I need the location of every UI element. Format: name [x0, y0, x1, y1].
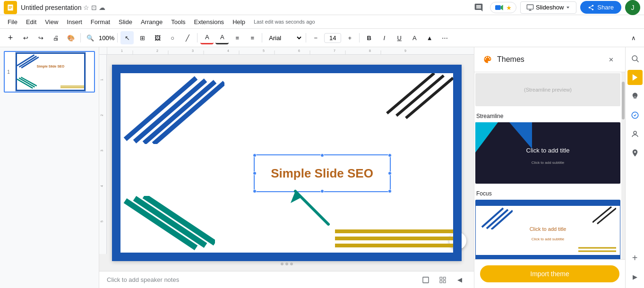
collapse-toolbar-button[interactable]: ∧	[627, 31, 640, 44]
slideshow-label: Slideshow	[536, 4, 564, 11]
ideas-button[interactable]	[627, 89, 643, 104]
presentation-title[interactable]: Untitled presentation	[21, 4, 81, 11]
share-button[interactable]: Share	[580, 1, 621, 14]
slide-title-text[interactable]: Simple Slide SEO	[271, 166, 373, 181]
menu-view[interactable]: View	[41, 17, 62, 27]
border-color-button[interactable]: A	[215, 31, 229, 44]
maps-button[interactable]	[627, 145, 643, 161]
italic-button[interactable]: I	[378, 31, 391, 44]
undo-button[interactable]: ↩	[19, 31, 32, 44]
underline-button[interactable]: U	[393, 31, 406, 44]
svg-line-43	[396, 76, 444, 116]
cloud-icon[interactable]: ☁	[99, 4, 105, 11]
menu-insert[interactable]: Insert	[63, 17, 86, 27]
svg-text:2: 2	[100, 114, 103, 116]
theme-shift[interactable]: Click to add title Click to add subtitle	[474, 199, 621, 259]
svg-line-42	[406, 78, 453, 118]
print-button[interactable]: 🖨	[49, 31, 62, 44]
theme-streamline[interactable]: (Streamline preview)	[474, 72, 621, 107]
highlight-button[interactable]: ▲	[423, 31, 436, 44]
svg-text:4: 4	[100, 185, 103, 187]
thumb-text: Simple Slide SEO	[37, 64, 64, 68]
svg-line-67	[636, 60, 638, 62]
text-color-button[interactable]: A	[408, 31, 421, 44]
svg-line-44	[387, 73, 434, 113]
add-addon-button[interactable]: +	[627, 250, 643, 265]
slideshow-strip-button[interactable]	[627, 70, 643, 85]
themes-scrollbar[interactable]	[621, 72, 625, 259]
notes-view-single[interactable]	[419, 273, 432, 287]
align-left-button[interactable]: ≡	[231, 31, 244, 44]
separator-6	[359, 33, 360, 42]
slide-thumbnail-1[interactable]: 1 Simple Slide SEO	[4, 51, 95, 93]
focus-theme-subtitle: Click to add subtitle	[532, 160, 564, 164]
handle-topright[interactable]	[388, 153, 392, 157]
contacts-button[interactable]	[627, 127, 643, 142]
import-theme-button[interactable]: Import theme	[480, 265, 619, 282]
toolbar: + ↩ ↪ 🖨 🎨 🔍 100% ↖ ⊞ 🖼 ○ ╱ A A ≡ ≡ Arial…	[0, 28, 644, 47]
menu-file[interactable]: File	[4, 17, 21, 27]
deco-topleft	[120, 73, 224, 144]
canvas-wrapper[interactable]: 1 2 3 4 5	[99, 55, 474, 271]
font-size-value[interactable]: 14	[324, 33, 341, 43]
menu-format[interactable]: Format	[87, 17, 114, 27]
redo-button[interactable]: ↪	[34, 31, 47, 44]
handle-bottomleft[interactable]	[253, 189, 257, 193]
handle-topleft[interactable]	[253, 153, 257, 157]
cursor-tool[interactable]: ↖	[120, 31, 134, 44]
zoom-out-button[interactable]: 🔍	[84, 31, 97, 44]
themes-scrollbar-thumb[interactable]	[622, 82, 625, 119]
more-options-button[interactable]: ⋯	[438, 31, 451, 44]
menu-arrange[interactable]: Arrange	[137, 17, 166, 27]
user-avatar[interactable]: J	[625, 0, 640, 15]
themes-header: Themes ✕	[474, 47, 625, 72]
add-button[interactable]: +	[4, 31, 17, 44]
star-icon[interactable]: ☆	[83, 4, 89, 11]
folder-icon[interactable]: ⊡	[91, 4, 97, 11]
line-tool[interactable]: ╱	[181, 31, 194, 44]
menu-extensions[interactable]: Extensions	[190, 17, 228, 27]
font-size-increase[interactable]: +	[343, 31, 356, 44]
menu-edit[interactable]: Edit	[22, 17, 40, 27]
handle-middleright[interactable]	[388, 171, 392, 175]
explore-button[interactable]	[627, 51, 643, 66]
last-edit-status: Last edit was seconds ago	[254, 19, 315, 25]
tasks-button[interactable]	[627, 108, 643, 123]
menu-tools[interactable]: Tools	[167, 17, 189, 27]
speaker-notes-bar[interactable]: Click to add speaker notes ◀	[99, 271, 474, 288]
handle-middleleft[interactable]	[253, 171, 257, 175]
notes-placeholder[interactable]: Click to add speaker notes	[107, 276, 179, 283]
menu-help[interactable]: Help	[229, 17, 249, 27]
slide-canvas[interactable]: Simple Slide SEO	[112, 65, 462, 261]
menu-bar: File Edit View Insert Format Slide Arran…	[0, 15, 644, 28]
comment-button[interactable]	[471, 0, 486, 15]
svg-rect-3	[9, 7, 12, 8]
notes-collapse[interactable]: ◀	[453, 273, 466, 287]
menu-slide[interactable]: Slide	[115, 17, 136, 27]
svg-rect-5	[495, 5, 501, 10]
theme-focus[interactable]: Click to add title Click to add subtitle	[474, 121, 621, 185]
text-box-tool[interactable]: ⊞	[136, 31, 149, 44]
notes-view-grid[interactable]	[436, 273, 449, 287]
shift-theme-subtitle: Click to add subtitle	[532, 237, 564, 241]
image-tool[interactable]: 🖼	[151, 31, 164, 44]
expand-strip-button[interactable]: ▶	[627, 269, 643, 284]
shape-tool[interactable]: ○	[166, 31, 179, 44]
align-right-button[interactable]: ≡	[246, 31, 259, 44]
font-family-select[interactable]: Arial	[265, 33, 303, 43]
fill-color-button[interactable]: A	[200, 31, 214, 44]
svg-text:9: 9	[404, 49, 406, 52]
focus-label: Focus	[474, 188, 621, 199]
meet-button[interactable]	[490, 2, 516, 13]
svg-rect-4	[9, 8, 11, 8]
handle-bottomright[interactable]	[388, 189, 392, 193]
handle-top[interactable]	[320, 153, 324, 157]
svg-text:8: 8	[369, 49, 371, 52]
font-size-decrease[interactable]: −	[309, 31, 322, 44]
slideshow-button[interactable]: Slideshow	[520, 1, 576, 14]
svg-text:3: 3	[192, 49, 194, 52]
bold-button[interactable]: B	[362, 31, 376, 44]
svg-text:2: 2	[156, 49, 158, 52]
paint-button[interactable]: 🎨	[64, 31, 77, 44]
themes-close-button[interactable]: ✕	[604, 53, 618, 66]
